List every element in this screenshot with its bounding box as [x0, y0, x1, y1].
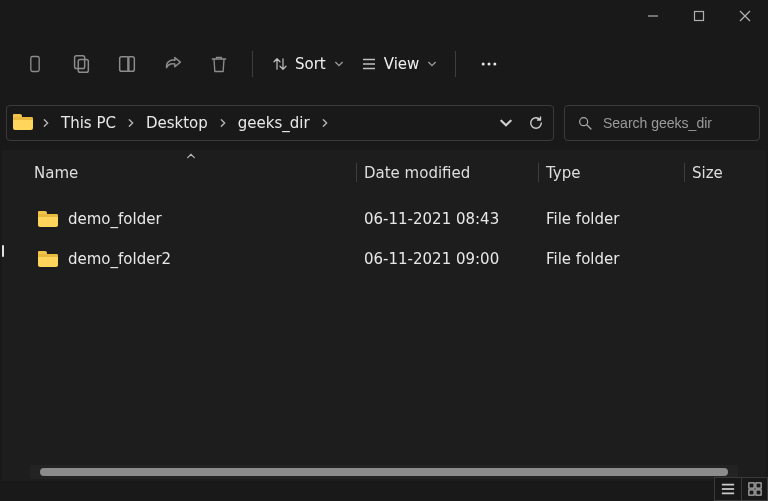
horizontal-scrollbar[interactable]: [30, 465, 738, 479]
cut-button[interactable]: [12, 42, 58, 86]
content-area: Name Date modified Type Size: [2, 150, 766, 481]
svg-rect-6: [78, 59, 88, 72]
copy-button[interactable]: [58, 42, 104, 86]
maximize-button[interactable]: [676, 0, 722, 32]
more-horizontal-icon: [479, 54, 499, 74]
sort-label: Sort: [295, 55, 326, 73]
breadcrumb-item-label: geeks_dir: [238, 114, 310, 132]
breadcrumb-item[interactable]: geeks_dir: [234, 110, 314, 136]
view-label: View: [384, 55, 420, 73]
svg-rect-17: [722, 484, 734, 486]
file-date: 06-11-2021 09:00: [364, 250, 499, 268]
chevron-right-icon: [214, 118, 232, 128]
column-label: Type: [546, 164, 580, 182]
details-view-icon: [721, 482, 735, 496]
paste-button[interactable]: [104, 42, 150, 86]
file-date: 06-11-2021 08:43: [364, 210, 499, 228]
close-icon: [739, 10, 751, 22]
more-button[interactable]: [466, 42, 512, 86]
minimize-button[interactable]: [630, 0, 676, 32]
view-list-icon: [360, 55, 378, 73]
svg-point-14: [494, 63, 497, 66]
svg-rect-5: [75, 56, 85, 69]
sort-ascending-icon: [186, 151, 196, 161]
column-label: Size: [692, 164, 723, 182]
column-header-size[interactable]: Size: [684, 155, 766, 190]
chevron-down-icon: [334, 59, 344, 69]
breadcrumb-folder-icon: [13, 112, 35, 134]
svg-rect-18: [722, 488, 734, 490]
sort-icon: [271, 55, 289, 73]
cut-icon: [25, 54, 45, 74]
close-button[interactable]: [722, 0, 768, 32]
toolbar-separator: [252, 51, 253, 77]
delete-button[interactable]: [196, 42, 242, 86]
toolbar: Sort View: [0, 32, 768, 96]
view-dropdown[interactable]: View: [352, 49, 446, 79]
chevron-right-icon: [316, 118, 334, 128]
svg-rect-4: [31, 57, 39, 72]
breadcrumb-actions: [499, 114, 545, 132]
svg-point-15: [580, 118, 588, 126]
search-input[interactable]: [603, 115, 768, 131]
breadcrumb-item[interactable]: Desktop: [142, 110, 212, 136]
list-item[interactable]: demo_folder 06-11-2021 08:43 File folder: [26, 199, 766, 239]
refresh-icon: [527, 114, 545, 132]
chevron-down-icon: [427, 59, 437, 69]
column-header: Name Date modified Type Size: [26, 151, 766, 191]
svg-rect-22: [748, 490, 753, 495]
breadcrumb[interactable]: This PC Desktop geeks_dir: [6, 105, 554, 141]
status-bar: [714, 477, 768, 501]
svg-rect-23: [755, 490, 760, 495]
chevron-down-icon: [499, 116, 513, 130]
breadcrumb-item-label: Desktop: [146, 114, 208, 132]
svg-line-16: [587, 125, 591, 129]
svg-rect-20: [748, 483, 753, 488]
column-label: Date modified: [364, 164, 470, 182]
thumbnails-view-toggle[interactable]: [741, 478, 767, 500]
column-header-date[interactable]: Date modified: [356, 155, 538, 190]
folder-icon: [38, 211, 58, 227]
share-button[interactable]: [150, 42, 196, 86]
svg-rect-19: [722, 493, 734, 495]
refresh-button[interactable]: [527, 114, 545, 132]
folder-icon: [38, 251, 58, 267]
sort-dropdown[interactable]: Sort: [263, 49, 352, 79]
svg-point-13: [488, 63, 491, 66]
file-list: demo_folder 06-11-2021 08:43 File folder…: [26, 191, 766, 279]
minimize-icon: [647, 10, 659, 22]
file-type: File folder: [546, 210, 619, 228]
list-item[interactable]: demo_folder2 06-11-2021 09:00 File folde…: [26, 239, 766, 279]
file-panel: Name Date modified Type Size: [26, 151, 766, 481]
copy-icon: [70, 53, 92, 75]
breadcrumb-item[interactable]: This PC: [57, 110, 120, 136]
titlebar: [0, 0, 768, 32]
details-view-toggle[interactable]: [715, 478, 741, 500]
nav-pane-collapsed[interactable]: [2, 151, 26, 481]
chevron-right-icon: [122, 118, 140, 128]
file-name: demo_folder2: [68, 250, 171, 268]
svg-rect-21: [755, 483, 760, 488]
column-header-name[interactable]: Name: [26, 155, 356, 190]
column-header-type[interactable]: Type: [538, 155, 684, 190]
paste-icon: [116, 53, 138, 75]
nav-row: This PC Desktop geeks_dir: [0, 96, 768, 150]
file-name: demo_folder: [68, 210, 162, 228]
toolbar-separator: [455, 51, 456, 77]
share-icon: [162, 53, 184, 75]
file-explorer-window: Sort View: [0, 0, 768, 501]
svg-rect-1: [695, 12, 704, 21]
maximize-icon: [693, 10, 705, 22]
breadcrumb-item-label: This PC: [61, 114, 116, 132]
history-dropdown-button[interactable]: [499, 116, 513, 130]
trash-icon: [209, 54, 229, 74]
search-box[interactable]: [564, 105, 760, 141]
thumbnails-view-icon: [748, 482, 762, 496]
svg-point-12: [482, 63, 485, 66]
column-label: Name: [34, 164, 78, 182]
file-type: File folder: [546, 250, 619, 268]
chevron-right-icon: [37, 118, 55, 128]
search-icon: [577, 115, 593, 131]
